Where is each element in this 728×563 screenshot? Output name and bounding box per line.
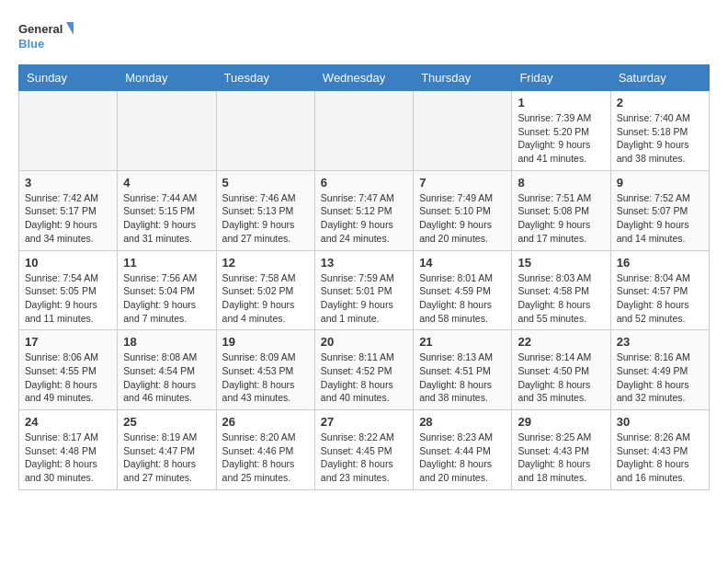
day-info: Sunrise: 8:01 AM Sunset: 4:59 PM Dayligh… [419, 271, 506, 326]
calendar-cell [19, 91, 118, 171]
day-number: 14 [419, 256, 506, 270]
day-info: Sunrise: 8:25 AM Sunset: 4:43 PM Dayligh… [518, 431, 604, 485]
day-number: 10 [25, 256, 111, 270]
day-info: Sunrise: 7:58 AM Sunset: 5:02 PM Dayligh… [222, 271, 309, 326]
day-number: 5 [222, 176, 309, 190]
day-number: 24 [25, 415, 111, 429]
day-info: Sunrise: 8:19 AM Sunset: 4:47 PM Dayligh… [123, 431, 210, 485]
day-number: 23 [617, 335, 703, 349]
day-info: Sunrise: 7:52 AM Sunset: 5:07 PM Dayligh… [617, 191, 703, 246]
day-info: Sunrise: 7:44 AM Sunset: 5:15 PM Dayligh… [123, 191, 210, 246]
week-row-5: 24Sunrise: 8:17 AM Sunset: 4:48 PM Dayli… [19, 410, 710, 490]
calendar-cell: 28Sunrise: 8:23 AM Sunset: 4:44 PM Dayli… [414, 410, 512, 490]
logo-svg: General Blue [18, 18, 74, 55]
day-number: 20 [321, 335, 407, 349]
day-number: 2 [617, 96, 703, 109]
calendar-cell: 21Sunrise: 8:13 AM Sunset: 4:51 PM Dayli… [414, 330, 512, 410]
calendar-header-row: SundayMondayTuesdayWednesdayThursdayFrid… [19, 65, 710, 91]
calendar-cell: 25Sunrise: 8:19 AM Sunset: 4:47 PM Dayli… [118, 410, 216, 490]
day-number: 6 [321, 176, 407, 190]
week-row-4: 17Sunrise: 8:06 AM Sunset: 4:55 PM Dayli… [19, 330, 710, 410]
day-info: Sunrise: 7:46 AM Sunset: 5:13 PM Dayligh… [222, 191, 309, 246]
day-number: 11 [123, 256, 210, 270]
header-monday: Monday [118, 65, 216, 91]
calendar-cell: 14Sunrise: 8:01 AM Sunset: 4:59 PM Dayli… [414, 250, 512, 330]
calendar-cell: 10Sunrise: 7:54 AM Sunset: 5:05 PM Dayli… [19, 250, 118, 330]
calendar-cell: 16Sunrise: 8:04 AM Sunset: 4:57 PM Dayli… [610, 250, 709, 330]
day-number: 22 [518, 335, 604, 349]
day-info: Sunrise: 8:22 AM Sunset: 4:45 PM Dayligh… [321, 431, 407, 485]
day-info: Sunrise: 8:11 AM Sunset: 4:52 PM Dayligh… [321, 350, 407, 405]
day-number: 19 [222, 335, 309, 349]
calendar-cell: 13Sunrise: 7:59 AM Sunset: 5:01 PM Dayli… [314, 250, 413, 330]
day-info: Sunrise: 8:09 AM Sunset: 4:53 PM Dayligh… [222, 350, 309, 405]
day-info: Sunrise: 8:20 AM Sunset: 4:46 PM Dayligh… [222, 431, 309, 485]
header-sunday: Sunday [19, 65, 118, 91]
day-number: 4 [123, 176, 210, 190]
svg-marker-2 [66, 22, 74, 35]
calendar-cell: 30Sunrise: 8:26 AM Sunset: 4:43 PM Dayli… [610, 410, 709, 490]
day-info: Sunrise: 7:47 AM Sunset: 5:12 PM Dayligh… [321, 191, 407, 246]
logo: General Blue [18, 18, 74, 55]
calendar-cell: 4Sunrise: 7:44 AM Sunset: 5:15 PM Daylig… [118, 170, 216, 250]
calendar-cell: 26Sunrise: 8:20 AM Sunset: 4:46 PM Dayli… [216, 410, 314, 490]
day-info: Sunrise: 7:40 AM Sunset: 5:18 PM Dayligh… [617, 111, 703, 166]
calendar-cell [414, 91, 512, 171]
svg-text:Blue: Blue [18, 37, 44, 51]
page-header: General Blue [18, 18, 710, 55]
day-info: Sunrise: 8:17 AM Sunset: 4:48 PM Dayligh… [25, 431, 111, 485]
day-number: 7 [419, 176, 506, 190]
calendar-cell: 27Sunrise: 8:22 AM Sunset: 4:45 PM Dayli… [314, 410, 413, 490]
calendar-table: SundayMondayTuesdayWednesdayThursdayFrid… [18, 64, 710, 490]
calendar-cell: 1Sunrise: 7:39 AM Sunset: 5:20 PM Daylig… [512, 91, 610, 171]
calendar-cell: 19Sunrise: 8:09 AM Sunset: 4:53 PM Dayli… [216, 330, 314, 410]
header-friday: Friday [512, 65, 610, 91]
calendar-cell: 23Sunrise: 8:16 AM Sunset: 4:49 PM Dayli… [610, 330, 709, 410]
day-info: Sunrise: 7:56 AM Sunset: 5:04 PM Dayligh… [123, 271, 210, 326]
calendar-cell: 2Sunrise: 7:40 AM Sunset: 5:18 PM Daylig… [610, 91, 709, 171]
day-info: Sunrise: 8:26 AM Sunset: 4:43 PM Dayligh… [617, 431, 703, 485]
week-row-3: 10Sunrise: 7:54 AM Sunset: 5:05 PM Dayli… [19, 250, 710, 330]
day-number: 21 [419, 335, 506, 349]
calendar-cell: 15Sunrise: 8:03 AM Sunset: 4:58 PM Dayli… [512, 250, 610, 330]
day-info: Sunrise: 8:08 AM Sunset: 4:54 PM Dayligh… [123, 350, 210, 405]
day-number: 17 [25, 335, 111, 349]
day-info: Sunrise: 8:13 AM Sunset: 4:51 PM Dayligh… [419, 350, 506, 405]
day-number: 12 [222, 256, 309, 270]
calendar-cell [314, 91, 413, 171]
day-info: Sunrise: 7:49 AM Sunset: 5:10 PM Dayligh… [419, 191, 506, 246]
day-info: Sunrise: 7:54 AM Sunset: 5:05 PM Dayligh… [25, 271, 111, 326]
calendar-cell: 18Sunrise: 8:08 AM Sunset: 4:54 PM Dayli… [118, 330, 216, 410]
header-tuesday: Tuesday [216, 65, 314, 91]
day-number: 27 [321, 415, 407, 429]
day-info: Sunrise: 7:42 AM Sunset: 5:17 PM Dayligh… [25, 191, 111, 246]
calendar-cell: 7Sunrise: 7:49 AM Sunset: 5:10 PM Daylig… [414, 170, 512, 250]
header-thursday: Thursday [414, 65, 512, 91]
header-wednesday: Wednesday [314, 65, 413, 91]
day-number: 9 [617, 176, 703, 190]
svg-text:General: General [18, 22, 63, 36]
week-row-2: 3Sunrise: 7:42 AM Sunset: 5:17 PM Daylig… [19, 170, 710, 250]
day-number: 13 [321, 256, 407, 270]
day-info: Sunrise: 8:16 AM Sunset: 4:49 PM Dayligh… [617, 350, 703, 405]
day-info: Sunrise: 8:23 AM Sunset: 4:44 PM Dayligh… [419, 431, 506, 485]
day-info: Sunrise: 8:14 AM Sunset: 4:50 PM Dayligh… [518, 350, 604, 405]
calendar-cell: 22Sunrise: 8:14 AM Sunset: 4:50 PM Dayli… [512, 330, 610, 410]
calendar-cell: 9Sunrise: 7:52 AM Sunset: 5:07 PM Daylig… [610, 170, 709, 250]
calendar-cell: 12Sunrise: 7:58 AM Sunset: 5:02 PM Dayli… [216, 250, 314, 330]
calendar-cell [216, 91, 314, 171]
calendar-cell: 24Sunrise: 8:17 AM Sunset: 4:48 PM Dayli… [19, 410, 118, 490]
calendar-cell: 5Sunrise: 7:46 AM Sunset: 5:13 PM Daylig… [216, 170, 314, 250]
day-number: 30 [617, 415, 703, 429]
calendar-cell: 6Sunrise: 7:47 AM Sunset: 5:12 PM Daylig… [314, 170, 413, 250]
calendar-cell: 20Sunrise: 8:11 AM Sunset: 4:52 PM Dayli… [314, 330, 413, 410]
calendar-cell: 17Sunrise: 8:06 AM Sunset: 4:55 PM Dayli… [19, 330, 118, 410]
calendar-cell: 8Sunrise: 7:51 AM Sunset: 5:08 PM Daylig… [512, 170, 610, 250]
day-number: 18 [123, 335, 210, 349]
day-info: Sunrise: 8:04 AM Sunset: 4:57 PM Dayligh… [617, 271, 703, 326]
day-info: Sunrise: 7:59 AM Sunset: 5:01 PM Dayligh… [321, 271, 407, 326]
day-number: 3 [25, 176, 111, 190]
day-number: 15 [518, 256, 604, 270]
day-number: 25 [123, 415, 210, 429]
day-number: 28 [419, 415, 506, 429]
